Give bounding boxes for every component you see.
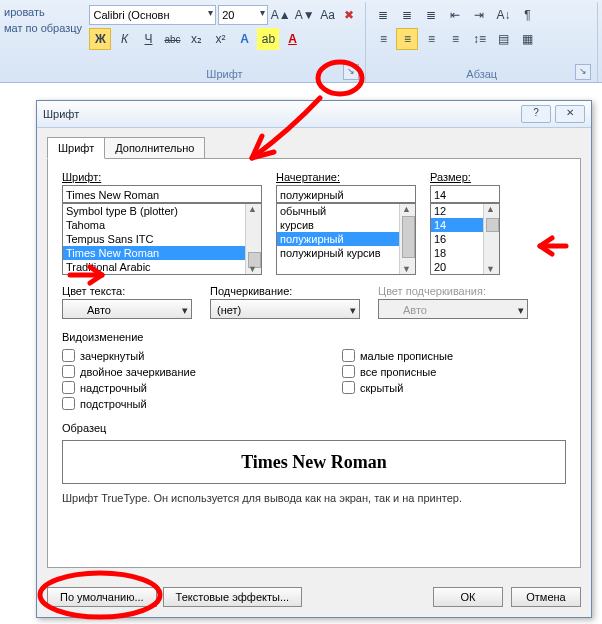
shading-icon[interactable]: ▤	[492, 28, 514, 50]
dialog-title: Шрифт	[43, 108, 79, 120]
ucolor-label: Цвет подчеркивания:	[378, 285, 528, 297]
underline-button[interactable]: Ч	[137, 28, 159, 50]
para-dialog-launcher[interactable]: ↘	[575, 64, 591, 80]
strike-button[interactable]: abc	[161, 28, 183, 50]
underline-label: Подчеркивание:	[210, 285, 360, 297]
clipboard-fragment: ировать мат по образцу	[4, 2, 83, 82]
chk-dblstrike[interactable]: двойное зачеркивание	[62, 365, 342, 378]
tab-font[interactable]: Шрифт	[47, 137, 105, 159]
style-label: Начертание:	[276, 171, 416, 183]
style-listbox[interactable]: обычный курсив полужирный полужирный кур…	[276, 203, 416, 275]
font-size-input[interactable]: 14	[430, 185, 500, 203]
caption-text: Абзац	[466, 68, 497, 80]
font-dialog-launcher[interactable]: ↘	[343, 64, 359, 80]
preview-text: Times New Roman	[241, 452, 387, 473]
sort-icon[interactable]: A↓	[492, 4, 514, 26]
list-item[interactable]: Tempus Sans ITC	[63, 232, 261, 246]
list-item[interactable]: Traditional Arabic	[63, 260, 261, 274]
italic-button[interactable]: К	[113, 28, 135, 50]
multilevel-icon[interactable]: ≣	[420, 4, 442, 26]
list-item[interactable]: Times New Roman	[63, 246, 261, 260]
preview-title: Образец	[62, 422, 566, 434]
size-listbox[interactable]: 12 14 16 18 20	[430, 203, 500, 275]
chk-allcaps[interactable]: все прописные	[342, 365, 453, 378]
default-button[interactable]: По умолчанию...	[47, 587, 157, 607]
text-effects-button[interactable]: Текстовые эффекты...	[163, 587, 303, 607]
chk-label: подстрочный	[80, 398, 147, 410]
justify-icon[interactable]: ≡	[444, 28, 466, 50]
chk-label: малые прописные	[360, 350, 453, 362]
chk-label: двойное зачеркивание	[80, 366, 196, 378]
borders-icon[interactable]: ▦	[516, 28, 538, 50]
align-center-icon[interactable]: ≡	[396, 28, 418, 50]
chk-smallcaps[interactable]: малые прописные	[342, 349, 453, 362]
caption-text: Шрифт	[206, 68, 242, 80]
group-caption-font: Шрифт ↘	[89, 66, 359, 82]
list-item[interactable]: курсив	[277, 218, 415, 232]
tab-advanced[interactable]: Дополнительно	[104, 137, 205, 159]
font-style-input[interactable]: полужирный	[276, 185, 416, 203]
highlight-icon[interactable]: ab	[257, 28, 279, 50]
bold-button[interactable]: Ж	[89, 28, 111, 50]
chk-label: зачеркнутый	[80, 350, 144, 362]
scrollbar[interactable]	[245, 204, 261, 274]
list-item[interactable]: полужирный	[277, 232, 415, 246]
chk-label: надстрочный	[80, 382, 147, 394]
list-item[interactable]: обычный	[277, 204, 415, 218]
chk-hidden[interactable]: скрытый	[342, 381, 453, 394]
subscript-button[interactable]: x₂	[185, 28, 207, 50]
color-label: Цвет текста:	[62, 285, 192, 297]
ribbon-text: ировать	[4, 6, 83, 18]
font-description: Шрифт TrueType. Он используется для выво…	[62, 492, 566, 504]
clear-format-icon[interactable]: ✖	[340, 4, 360, 26]
ok-button[interactable]: ОК	[433, 587, 503, 607]
align-right-icon[interactable]: ≡	[420, 28, 442, 50]
align-left-icon[interactable]: ≡	[372, 28, 394, 50]
scrollbar[interactable]	[399, 204, 415, 274]
list-item[interactable]: Tahoma	[63, 218, 261, 232]
ribbon-text: мат по образцу	[4, 22, 83, 34]
preview-box: Times New Roman	[62, 440, 566, 484]
font-name-combo[interactable]: Calibri (Основн	[89, 5, 216, 25]
show-marks-icon[interactable]: ¶	[516, 4, 538, 26]
underline-color-combo: Авто	[378, 299, 528, 319]
chk-superscript[interactable]: надстрочный	[62, 381, 342, 394]
font-size-combo[interactable]: 20	[218, 5, 268, 25]
close-button[interactable]: ✕	[555, 105, 585, 123]
font-name-input[interactable]: Times New Roman	[62, 185, 262, 203]
line-spacing-icon[interactable]: ↕≡	[468, 28, 490, 50]
cancel-button[interactable]: Отмена	[511, 587, 581, 607]
superscript-button[interactable]: x²	[209, 28, 231, 50]
help-button[interactable]: ?	[521, 105, 551, 123]
chk-label: все прописные	[360, 366, 436, 378]
indent-dec-icon[interactable]: ⇤	[444, 4, 466, 26]
font-dialog: Шрифт ? ✕ Шрифт Дополнительно Шрифт: Tim…	[36, 100, 592, 618]
titlebar[interactable]: Шрифт ? ✕	[37, 101, 591, 128]
ribbon: ировать мат по образцу Calibri (Основн 2…	[0, 0, 602, 83]
tab-panel-font: Шрифт: Times New Roman Symbol type B (pl…	[47, 158, 581, 568]
indent-inc-icon[interactable]: ⇥	[468, 4, 490, 26]
numbering-icon[interactable]: ≣	[396, 4, 418, 26]
chk-strike[interactable]: зачеркнутый	[62, 349, 342, 362]
group-caption-para: Абзац ↘	[372, 66, 591, 82]
chk-label: скрытый	[360, 382, 403, 394]
bullets-icon[interactable]: ≣	[372, 4, 394, 26]
underline-combo[interactable]: (нет)	[210, 299, 360, 319]
font-listbox[interactable]: Symbol type B (plotter) Tahoma Tempus Sa…	[62, 203, 262, 275]
ribbon-group-paragraph: ≣ ≣ ≣ ⇤ ⇥ A↓ ¶ ≡ ≡ ≡ ≡ ↕≡ ▤ ▦ Абзац ↘	[366, 2, 598, 82]
chk-subscript[interactable]: подстрочный	[62, 397, 342, 410]
size-label: Размер:	[430, 171, 500, 183]
tab-strip: Шрифт Дополнительно	[47, 136, 591, 158]
font-color-icon[interactable]: A	[281, 28, 303, 50]
font-label: Шрифт:	[62, 171, 262, 183]
list-item[interactable]: полужирный курсив	[277, 246, 415, 260]
list-item[interactable]: Symbol type B (plotter)	[63, 204, 261, 218]
change-case-icon[interactable]: Aa	[318, 4, 338, 26]
text-effects-icon[interactable]: A	[233, 28, 255, 50]
dialog-buttons: По умолчанию... Текстовые эффекты... ОК …	[47, 587, 581, 607]
effects-title: Видоизменение	[62, 331, 566, 343]
scrollbar[interactable]	[483, 204, 499, 274]
font-color-combo[interactable]: Авто	[62, 299, 192, 319]
grow-font-icon[interactable]: A▲	[270, 4, 292, 26]
shrink-font-icon[interactable]: A▼	[294, 4, 316, 26]
